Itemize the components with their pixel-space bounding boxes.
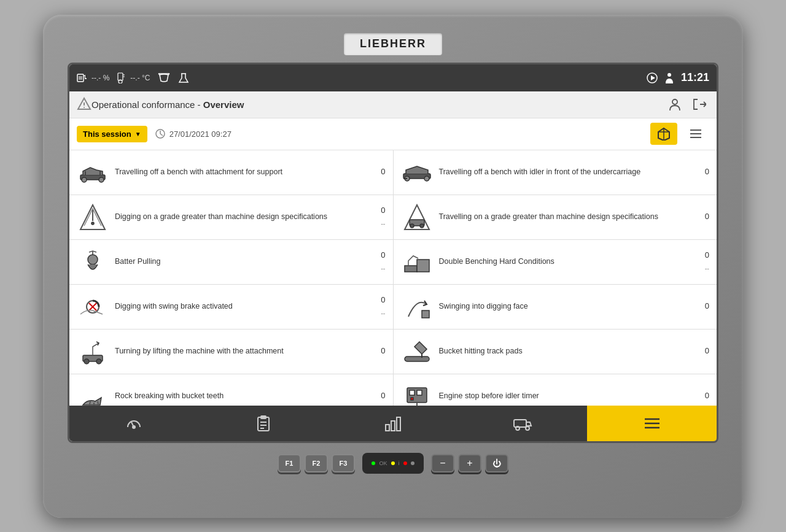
list-item[interactable]: Travelling on a grade greater than machi…	[394, 195, 717, 239]
person-icon-status	[665, 72, 674, 83]
svg-rect-57	[405, 357, 429, 361]
control-keys-group: − + ⏻	[431, 454, 508, 472]
menu-icon	[644, 417, 661, 430]
svg-point-44	[410, 224, 414, 228]
truck-icon	[513, 416, 532, 431]
f1-button[interactable]: F1	[278, 454, 301, 472]
svg-rect-78	[386, 425, 389, 431]
minus-button[interactable]: −	[431, 454, 454, 472]
svg-rect-4	[85, 78, 87, 79]
nav-truck[interactable]	[457, 406, 587, 441]
warning-icon	[77, 97, 91, 112]
grid-view-button[interactable]	[650, 123, 677, 145]
list-item[interactable]: Double Benching Hard Conditions0--	[394, 240, 717, 284]
list-item[interactable]: Rock breaking with bucket teeth0	[69, 374, 393, 406]
list-icon	[689, 127, 702, 141]
nav-menu[interactable]	[587, 406, 717, 441]
digging-grade-greater-text: Digging on a grade greater than machine …	[115, 212, 361, 223]
flask-icon	[178, 72, 189, 83]
list-view-button[interactable]	[682, 123, 709, 145]
svg-marker-14	[651, 75, 655, 80]
list-item[interactable]: Travelling off a bench with attachment f…	[69, 150, 393, 195]
profile-button[interactable]	[665, 94, 685, 114]
list-item[interactable]: Swinging into digging face0	[394, 285, 717, 329]
list-item[interactable]: Digging with swing brake activated0--	[69, 285, 393, 329]
person-icon	[665, 72, 674, 83]
items-grid: Travelling off a bench with attachment f…	[69, 150, 717, 406]
svg-rect-63	[410, 390, 414, 395]
svg-point-82	[516, 426, 519, 430]
logout-button[interactable]	[690, 94, 709, 114]
turning-lifting-machine-icon	[77, 336, 109, 368]
plus-button[interactable]: +	[458, 454, 481, 472]
header-title-prefix: Operational conformance -	[91, 99, 203, 110]
list-item[interactable]: Engine stop before idler timer0	[394, 374, 717, 406]
swinging-digging-face-text: Swinging into digging face	[439, 301, 685, 312]
logout-icon	[693, 98, 706, 110]
travelling-grade-greater-text: Travelling on a grade greater than machi…	[439, 212, 685, 223]
status-left: --.- % --.- °C	[77, 72, 637, 83]
power-button[interactable]: ⏻	[485, 454, 508, 472]
nav-chart[interactable]	[329, 406, 458, 441]
svg-line-23	[160, 134, 163, 136]
rock-breaking-bucket-teeth-text: Rock breaking with bucket teeth	[115, 391, 361, 402]
logo-text: LIEBHERR	[360, 37, 426, 50]
list-item[interactable]: Batter Pulling0--	[69, 240, 393, 284]
speedometer-icon	[125, 415, 142, 432]
play-icon-status	[647, 72, 658, 83]
svg-point-83	[526, 426, 529, 430]
svg-point-34	[99, 177, 104, 182]
svg-point-46	[88, 255, 98, 264]
filter-bar: This session ▼ 27/01/2021 09:27	[69, 118, 717, 150]
ok-light	[372, 461, 375, 465]
digging-swing-brake-text: Digging with swing brake activated	[115, 301, 361, 312]
grid-icon	[657, 127, 671, 141]
svg-point-45	[420, 224, 424, 228]
fuel-status: --.- %	[77, 73, 109, 83]
nav-clipboard[interactable]	[199, 406, 329, 441]
list-item[interactable]: Digging on a grade greater than machine …	[69, 195, 393, 239]
flask-status	[178, 72, 189, 83]
screen-container: --.- % --.- °C	[68, 63, 718, 443]
ok-label: OK	[379, 460, 387, 466]
digging-swing-brake-value: 0--	[367, 294, 386, 320]
bucket-hitting-track-icon	[401, 336, 433, 368]
list-item[interactable]: Travelling off a bench with idler in fro…	[394, 150, 717, 195]
svg-point-18	[84, 107, 85, 108]
svg-point-19	[672, 99, 677, 104]
status-right: 11:21	[647, 71, 709, 84]
chart-icon	[384, 415, 402, 432]
joystick-panel: OK i	[362, 453, 424, 474]
bucket-status	[157, 72, 171, 83]
list-item[interactable]: Bucket hitting track pads0	[394, 330, 717, 374]
clock-icon	[155, 128, 166, 139]
session-button[interactable]: This session ▼	[77, 126, 147, 142]
warn-light	[403, 461, 407, 465]
f2-button[interactable]: F2	[305, 454, 328, 472]
device-shell: LIEBHERR --.- %	[43, 15, 743, 518]
f3-button[interactable]: F3	[332, 454, 355, 472]
clipboard-icon	[257, 415, 270, 432]
status-bar: --.- % --.- °C	[69, 64, 717, 91]
travelling-off-bench-attachment-value: 0	[367, 166, 386, 179]
hw-buttons: F1 F2 F3 OK i − + ⏻	[68, 453, 718, 474]
header-actions	[665, 94, 709, 114]
header-title-bold: Overview	[203, 99, 244, 110]
list-item[interactable]: Turning by lifting the machine with the …	[69, 330, 393, 374]
temp-icon	[117, 72, 128, 83]
engine-stop-idler-text: Engine stop before idler timer	[439, 391, 685, 402]
svg-point-56	[96, 359, 101, 364]
nav-speedometer[interactable]	[69, 406, 199, 441]
travelling-grade-greater-icon	[401, 201, 433, 233]
logo-area: LIEBHERR	[344, 33, 442, 55]
svg-point-15	[667, 73, 671, 77]
header-bar: Operational conformance - Overview	[69, 91, 717, 118]
svg-rect-49	[417, 260, 429, 272]
fuel-value: --.- %	[91, 74, 109, 82]
header-title: Operational conformance - Overview	[91, 99, 665, 110]
profile-icon	[669, 98, 681, 111]
travelling-off-bench-idler-text: Travelling off a bench with idler in fro…	[439, 167, 685, 178]
session-arrow-icon: ▼	[135, 131, 141, 137]
turning-lifting-machine-text: Turning by lifting the machine with the …	[115, 346, 361, 357]
travelling-off-bench-idler-value: 0	[691, 166, 709, 179]
